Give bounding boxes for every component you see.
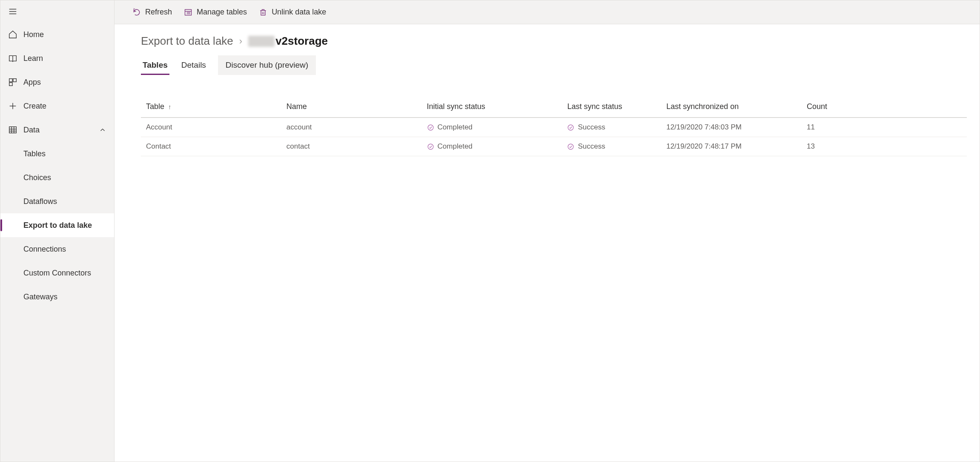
sidebar-item-home[interactable]: Home — [0, 23, 114, 46]
header-label: Last sync status — [567, 102, 622, 111]
column-header-last-sync[interactable]: Last sync status — [562, 96, 661, 118]
breadcrumb: Export to data lake › v2storage — [141, 34, 980, 48]
sidebar-item-label: Choices — [23, 173, 51, 182]
column-header-last-synchronized[interactable]: Last synchronized on — [661, 96, 802, 118]
cell-table: Contact — [141, 137, 281, 156]
cell-count: 13 — [802, 137, 967, 156]
breadcrumb-current: v2storage — [248, 34, 328, 48]
sidebar-item-custom-connectors[interactable]: Custom Connectors — [0, 261, 114, 285]
header-label: Last synchronized on — [666, 102, 739, 111]
sidebar-item-label: Data — [23, 126, 40, 135]
sort-ascending-icon: ↑ — [168, 103, 172, 110]
sidebar-item-learn[interactable]: Learn — [0, 46, 114, 70]
tab-details[interactable]: Details — [180, 56, 208, 75]
sidebar-item-dataflows[interactable]: Dataflows — [0, 189, 114, 213]
table-row[interactable]: Account account Completed — [141, 118, 967, 137]
tab-label: Tables — [143, 60, 168, 69]
sidebar-item-connections[interactable]: Connections — [0, 237, 114, 261]
sidebar-item-label: Export to data lake — [23, 221, 92, 230]
check-circle-icon — [567, 143, 574, 150]
sidebar-item-label: Custom Connectors — [23, 269, 91, 278]
sidebar-item-label: Gateways — [23, 293, 57, 301]
table-header-row: Table ↑ Name Initial sync status Last sy… — [141, 96, 967, 118]
button-label: Unlink data lake — [272, 8, 326, 17]
sidebar-item-choices[interactable]: Choices — [0, 166, 114, 189]
column-header-name[interactable]: Name — [281, 96, 422, 118]
check-circle-icon — [427, 143, 434, 150]
status-text: Success — [578, 123, 605, 132]
chevron-up-icon — [99, 126, 106, 134]
check-circle-icon — [427, 124, 434, 131]
header-label: Table — [146, 102, 164, 111]
tab-discover-hub[interactable]: Discover hub (preview) — [218, 55, 316, 75]
sidebar: Home Learn Apps Create Data — [0, 0, 115, 462]
sidebar-item-create[interactable]: Create — [0, 94, 114, 118]
sidebar-item-apps[interactable]: Apps — [0, 70, 114, 94]
sidebar-item-label: Learn — [23, 54, 43, 63]
cell-last-sync: Success — [562, 118, 661, 137]
button-label: Manage tables — [197, 8, 247, 17]
hamburger-icon — [8, 7, 17, 18]
sidebar-item-label: Tables — [23, 149, 46, 158]
command-bar: Refresh Manage tables Unlink data lake — [115, 0, 980, 24]
svg-rect-3 — [9, 79, 12, 82]
cell-name: account — [281, 118, 422, 137]
home-icon — [8, 30, 17, 39]
book-icon — [8, 54, 17, 63]
svg-rect-8 — [9, 127, 17, 133]
column-header-table[interactable]: Table ↑ — [141, 96, 281, 118]
check-circle-icon — [567, 124, 574, 131]
cell-initial-sync: Completed — [422, 137, 562, 156]
cell-name: contact — [281, 137, 422, 156]
cell-table: Account — [141, 118, 281, 137]
tab-label: Discover hub (preview) — [226, 60, 308, 69]
sidebar-item-data[interactable]: Data — [0, 118, 114, 142]
table-icon — [184, 8, 192, 17]
svg-rect-4 — [13, 79, 16, 82]
cell-initial-sync: Completed — [422, 118, 562, 137]
sidebar-item-gateways[interactable]: Gateways — [0, 285, 114, 309]
svg-point-20 — [568, 125, 574, 130]
hamburger-button[interactable] — [0, 2, 114, 23]
svg-rect-5 — [9, 83, 12, 86]
refresh-icon — [132, 8, 141, 17]
tab-tables[interactable]: Tables — [141, 56, 169, 75]
manage-tables-button[interactable]: Manage tables — [182, 5, 249, 19]
unlink-data-lake-button[interactable]: Unlink data lake — [257, 5, 328, 19]
refresh-button[interactable]: Refresh — [131, 5, 174, 19]
sidebar-item-export-to-data-lake[interactable]: Export to data lake — [0, 213, 114, 237]
sidebar-item-label: Apps — [23, 78, 41, 87]
sidebar-item-label: Home — [23, 30, 44, 39]
tab-list: Tables Details Discover hub (preview) — [141, 55, 980, 75]
button-label: Refresh — [145, 8, 172, 17]
chevron-right-icon: › — [239, 36, 242, 47]
column-header-count[interactable]: Count — [802, 96, 967, 118]
column-header-initial-sync[interactable]: Initial sync status — [422, 96, 562, 118]
status-text: Completed — [438, 123, 473, 132]
sidebar-item-label: Dataflows — [23, 197, 57, 206]
grid-icon — [8, 125, 17, 135]
status-text: Success — [578, 142, 605, 151]
breadcrumb-parent[interactable]: Export to data lake — [141, 34, 233, 48]
cell-last-synchronized: 12/19/2020 7:48:03 PM — [661, 118, 802, 137]
sidebar-item-label: Create — [23, 102, 46, 111]
table-row[interactable]: Contact contact Completed — [141, 137, 967, 156]
cell-count: 11 — [802, 118, 967, 137]
breadcrumb-current-label: v2storage — [275, 34, 328, 48]
header-label: Count — [807, 102, 827, 111]
status-text: Completed — [438, 142, 473, 151]
trash-icon — [259, 8, 267, 17]
cell-last-synchronized: 12/19/2020 7:48:17 PM — [661, 137, 802, 156]
header-label: Name — [287, 102, 307, 111]
linked-tables-grid: Table ↑ Name Initial sync status Last sy… — [141, 96, 967, 156]
tab-label: Details — [181, 60, 206, 69]
svg-point-19 — [428, 125, 433, 130]
apps-icon — [8, 77, 17, 87]
sidebar-item-tables[interactable]: Tables — [0, 142, 114, 166]
svg-point-22 — [568, 144, 574, 149]
cell-last-sync: Success — [562, 137, 661, 156]
header-label: Initial sync status — [427, 102, 485, 111]
plus-icon — [8, 101, 17, 111]
svg-point-21 — [428, 144, 433, 149]
redacted-text — [248, 36, 275, 47]
